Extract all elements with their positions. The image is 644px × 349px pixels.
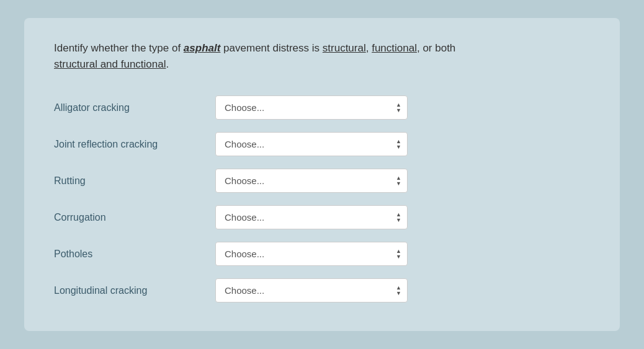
select-alligator-cracking[interactable]: Choose...structuralfunctionalstructural … bbox=[215, 95, 408, 120]
row-corrugation: CorrugationChoose...structuralfunctional… bbox=[54, 199, 590, 236]
row-alligator-cracking: Alligator crackingChoose...structuralfun… bbox=[54, 89, 590, 126]
select-wrapper-corrugation: Choose...structuralfunctionalstructural … bbox=[215, 205, 408, 229]
instruction-period: . bbox=[166, 58, 169, 70]
keyword-structural: structural bbox=[323, 42, 366, 54]
row-rutting: RuttingChoose...structuralfunctionalstru… bbox=[54, 162, 590, 199]
select-wrapper-longitudinal-cracking: Choose...structuralfunctionalstructural … bbox=[215, 278, 408, 303]
select-longitudinal-cracking[interactable]: Choose...structuralfunctionalstructural … bbox=[215, 278, 408, 303]
distress-rows: Alligator crackingChoose...structuralfun… bbox=[54, 89, 590, 309]
select-wrapper-joint-reflection-cracking: Choose...structuralfunctionalstructural … bbox=[215, 132, 408, 156]
label-alligator-cracking: Alligator cracking bbox=[54, 102, 215, 113]
row-joint-reflection-cracking: Joint reflection crackingChoose...struct… bbox=[54, 126, 590, 162]
instruction-suffix: , or both bbox=[417, 42, 455, 54]
label-rutting: Rutting bbox=[54, 175, 215, 187]
select-potholes[interactable]: Choose...structuralfunctionalstructural … bbox=[215, 242, 408, 266]
select-corrugation[interactable]: Choose...structuralfunctionalstructural … bbox=[215, 205, 408, 229]
label-joint-reflection-cracking: Joint reflection cracking bbox=[54, 139, 215, 150]
instruction-text: Identify whether the type of asphalt pav… bbox=[54, 40, 538, 72]
main-card: Identify whether the type of asphalt pav… bbox=[24, 18, 620, 331]
select-wrapper-alligator-cracking: Choose...structuralfunctionalstructural … bbox=[215, 95, 408, 120]
instruction-middle: pavement distress is bbox=[220, 42, 322, 54]
keyword-functional: functional bbox=[372, 42, 417, 54]
select-wrapper-rutting: Choose...structuralfunctionalstructural … bbox=[215, 169, 408, 193]
label-corrugation: Corrugation bbox=[54, 212, 215, 223]
select-wrapper-potholes: Choose...structuralfunctionalstructural … bbox=[215, 242, 408, 266]
label-potholes: Potholes bbox=[54, 249, 215, 260]
instruction-comma: , bbox=[366, 42, 372, 54]
row-longitudinal-cracking: Longitudinal crackingChoose...structural… bbox=[54, 272, 590, 309]
select-rutting[interactable]: Choose...structuralfunctionalstructural … bbox=[215, 169, 408, 193]
keyword-structural-and-functional: structural and functional bbox=[54, 58, 166, 70]
keyword-asphalt: asphalt bbox=[184, 42, 221, 54]
instruction-prefix: Identify whether the type of bbox=[54, 42, 184, 54]
select-joint-reflection-cracking[interactable]: Choose...structuralfunctionalstructural … bbox=[215, 132, 408, 156]
row-potholes: PotholesChoose...structuralfunctionalstr… bbox=[54, 236, 590, 272]
label-longitudinal-cracking: Longitudinal cracking bbox=[54, 285, 215, 296]
